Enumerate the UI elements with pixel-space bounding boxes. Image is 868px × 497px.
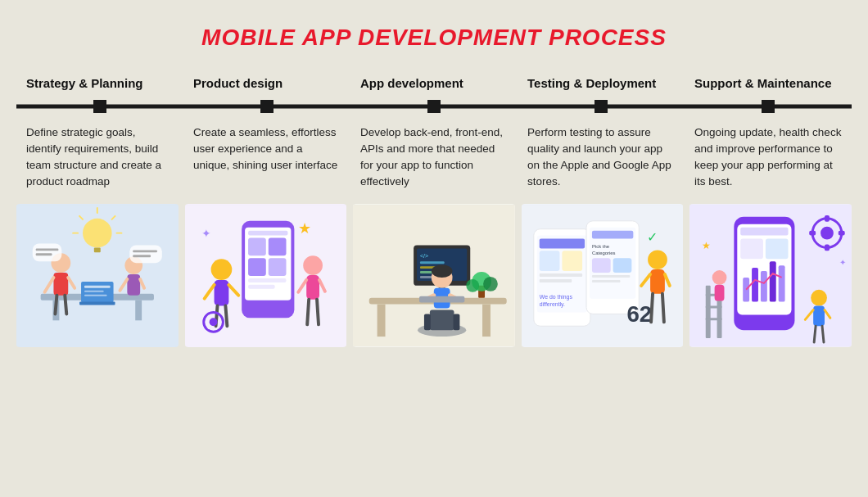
svg-text:Pick the: Pick the	[592, 244, 610, 249]
phase-header-testing: Testing & Deployment	[518, 75, 685, 100]
svg-text:62: 62	[626, 301, 652, 327]
svg-rect-36	[248, 237, 266, 255]
svg-text:We do things: We do things	[540, 293, 573, 300]
svg-rect-20	[94, 247, 101, 252]
svg-rect-90	[562, 251, 582, 271]
svg-point-136	[811, 289, 828, 305]
phase-desc-appdev: Develop back-end, front-end, APIs and mo…	[350, 124, 518, 191]
svg-rect-16	[127, 274, 140, 296]
svg-rect-7	[84, 290, 104, 291]
svg-rect-129	[706, 285, 711, 337]
svg-rect-30	[36, 248, 59, 251]
svg-rect-135	[715, 284, 725, 300]
phase-header-product: Product design	[183, 75, 350, 100]
svg-rect-106	[650, 269, 665, 294]
svg-rect-91	[540, 273, 582, 277]
phase-images-row: ★ ✦ </>	[16, 204, 852, 347]
svg-text:differently.: differently.	[540, 300, 565, 307]
svg-rect-89	[540, 251, 560, 271]
svg-text:</>: </>	[420, 253, 428, 259]
svg-rect-35	[248, 230, 287, 235]
svg-rect-128	[839, 230, 845, 235]
svg-rect-5	[79, 301, 115, 305]
svg-rect-61	[482, 304, 491, 337]
phase-headers-row: Strategy & Planning Product design App d…	[16, 75, 852, 100]
svg-rect-65	[420, 261, 445, 264]
svg-rect-40	[248, 278, 286, 282]
svg-line-47	[225, 305, 227, 326]
phase-image-product: ★ ✦	[185, 204, 347, 347]
svg-text:✓: ✓	[647, 229, 658, 243]
svg-rect-92	[540, 278, 572, 282]
svg-rect-133	[706, 318, 722, 320]
svg-line-14	[65, 295, 66, 314]
svg-text:✦: ✦	[839, 258, 846, 267]
svg-line-141	[822, 326, 824, 342]
svg-rect-28	[133, 255, 151, 257]
svg-point-42	[210, 259, 232, 280]
svg-rect-3	[135, 300, 142, 320]
svg-rect-26	[129, 245, 162, 263]
svg-rect-120	[761, 271, 767, 302]
svg-rect-73	[424, 314, 431, 330]
svg-line-140	[815, 326, 816, 342]
svg-rect-117	[766, 238, 789, 259]
svg-rect-41	[248, 284, 275, 288]
svg-rect-101	[613, 258, 631, 273]
timeline-marker-1	[93, 100, 106, 113]
phase-desc-strategy: Define strategic goals, identify require…	[16, 124, 183, 191]
svg-rect-137	[814, 305, 825, 326]
svg-rect-49	[306, 275, 319, 300]
timeline-marker-4	[594, 100, 608, 113]
phase-desc-product: Create a seamless, effortless user exper…	[183, 124, 350, 191]
svg-rect-31	[36, 253, 52, 255]
svg-line-109	[651, 293, 653, 322]
svg-point-83	[483, 276, 498, 291]
svg-rect-43	[214, 279, 228, 305]
svg-point-105	[648, 250, 667, 269]
phase-image-strategy	[16, 204, 179, 347]
svg-rect-127	[810, 230, 816, 235]
svg-rect-6	[84, 285, 111, 287]
svg-rect-8	[84, 294, 107, 296]
svg-rect-126	[825, 244, 830, 251]
phase-image-appdev: </>	[353, 204, 515, 347]
svg-rect-125	[825, 215, 830, 221]
phase-desc-testing: Perform testing to assure quality and la…	[518, 124, 685, 191]
phase-header-strategy: Strategy & Planning	[16, 75, 183, 100]
svg-point-19	[83, 218, 112, 247]
svg-text:★: ★	[702, 240, 711, 251]
svg-point-55	[209, 318, 217, 326]
svg-rect-121	[770, 261, 776, 301]
phase-descriptions-row: Define strategic goals, identify require…	[16, 124, 852, 191]
svg-point-76	[432, 264, 453, 278]
phase-header-support: Support & Maintenance	[685, 75, 852, 100]
svg-point-48	[303, 255, 323, 275]
svg-rect-37	[268, 237, 286, 255]
phase-desc-support: Ongoing update, health check and improve…	[685, 124, 852, 191]
svg-line-53	[317, 299, 319, 324]
svg-rect-74	[454, 314, 460, 330]
svg-text:Categories: Categories	[592, 251, 616, 255]
svg-rect-100	[592, 258, 611, 273]
phase-image-testing: We do things differently. Pick the Categ…	[522, 204, 684, 347]
svg-rect-115	[741, 227, 789, 235]
svg-point-124	[821, 226, 834, 239]
timeline-marker-5	[762, 100, 775, 113]
svg-line-13	[55, 295, 57, 314]
svg-line-52	[307, 299, 309, 324]
svg-rect-60	[377, 304, 386, 337]
svg-rect-119	[752, 268, 758, 301]
process-container: Strategy & Planning Product design App d…	[16, 75, 852, 347]
svg-rect-72	[430, 309, 454, 330]
svg-rect-84	[419, 296, 464, 302]
phase-header-appdev: App development	[350, 75, 518, 100]
phase-image-support: ★ ✦	[689, 204, 852, 347]
svg-rect-97	[592, 230, 633, 238]
svg-point-134	[712, 270, 727, 285]
svg-text:★: ★	[298, 219, 311, 236]
svg-rect-88	[540, 238, 585, 248]
svg-rect-29	[33, 243, 62, 261]
timeline-marker-3	[427, 100, 441, 113]
timeline	[16, 100, 852, 113]
